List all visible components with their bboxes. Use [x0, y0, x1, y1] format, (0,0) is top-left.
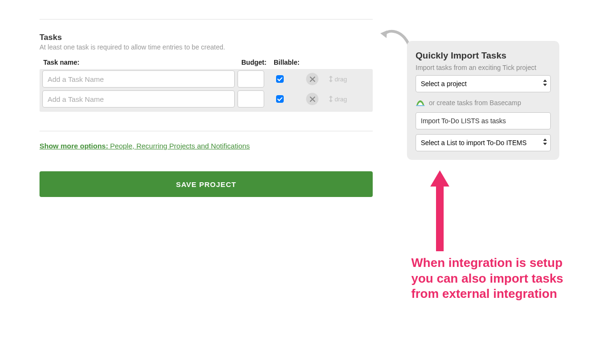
import-title: Quickly Import Tasks [416, 50, 551, 61]
task-name-input[interactable] [42, 70, 235, 88]
billable-cell [267, 75, 293, 83]
task-budget-input[interactable] [238, 90, 264, 108]
basecamp-label: or create tasks from Basecamp [429, 99, 521, 107]
project-select-wrap: Select a project [416, 75, 551, 92]
tasks-header-row: Task name: Budget: Billable: [40, 59, 373, 66]
tasks-title: Tasks [40, 33, 373, 42]
drag-handle[interactable]: drag [329, 96, 347, 103]
billable-checkbox[interactable] [276, 95, 284, 103]
task-row: drag [40, 89, 373, 109]
task-row-extras: drag [306, 93, 347, 105]
main-column: Tasks At least one task is required to a… [40, 19, 373, 197]
show-more-options-link[interactable]: Show more options: People, Recurring Pro… [40, 142, 250, 150]
page: Tasks At least one task is required to a… [0, 0, 595, 364]
drag-icon [329, 96, 333, 102]
drag-handle[interactable]: drag [329, 76, 347, 83]
drag-label: drag [335, 96, 347, 103]
remove-task-button[interactable] [306, 73, 318, 85]
svg-rect-0 [416, 105, 425, 106]
billable-cell [267, 95, 293, 103]
billable-checkbox[interactable] [276, 75, 284, 83]
import-subtitle: Import tasks from an exciting Tick proje… [416, 64, 551, 71]
close-icon [310, 97, 315, 102]
task-name-input[interactable] [42, 90, 235, 108]
remove-task-button[interactable] [306, 93, 318, 105]
close-icon [310, 77, 315, 82]
annotation-text: When integration is setup you can also i… [411, 255, 564, 302]
divider-top [40, 19, 373, 20]
col-header-budget: Budget: [241, 59, 274, 66]
drag-label: drag [335, 76, 347, 83]
task-row: drag [40, 69, 373, 89]
basecamp-icon [416, 98, 425, 108]
task-budget-input[interactable] [238, 70, 264, 88]
save-project-button[interactable]: SAVE PROJECT [40, 171, 373, 197]
tasks-subtitle: At least one task is required to allow t… [40, 43, 373, 51]
tasks-grid: drag drag [40, 69, 373, 112]
basecamp-label-row: or create tasks from Basecamp [416, 98, 551, 108]
task-row-extras: drag [306, 73, 347, 85]
import-tasks-card: Quickly Import Tasks Import tasks from a… [407, 41, 559, 160]
project-select[interactable]: Select a project [416, 75, 551, 92]
col-header-billable: Billable: [274, 59, 303, 66]
callout-arrow-icon [378, 27, 411, 47]
divider-mid [40, 131, 373, 131]
col-header-name: Task name: [42, 59, 241, 66]
annotation-arrow-icon [430, 170, 449, 251]
more-options-rest: People, Recurring Projects and Notificat… [108, 142, 250, 150]
drag-icon [329, 76, 333, 82]
more-options-bold: Show more options: [40, 142, 108, 150]
import-lists-input[interactable] [416, 112, 551, 129]
list-select-wrap: Select a List to import To-Do ITEMS [416, 134, 551, 151]
list-select[interactable]: Select a List to import To-Do ITEMS [416, 134, 551, 151]
